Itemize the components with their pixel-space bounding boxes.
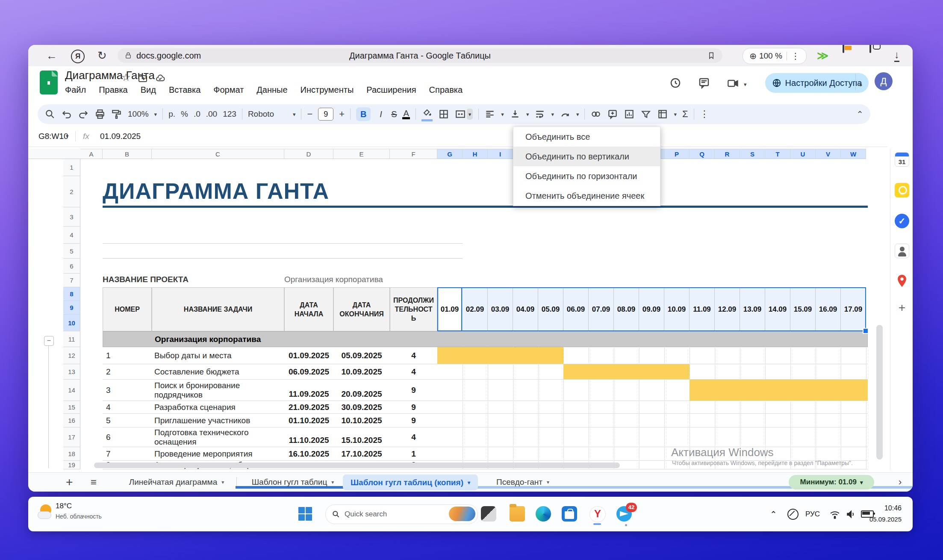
undo-icon[interactable] <box>61 109 72 120</box>
sheet-tab-1[interactable]: Шаблон гугл таблиц▾ <box>240 473 345 492</box>
task-number[interactable]: 1 <box>103 347 150 364</box>
search-daily-image[interactable] <box>449 507 475 521</box>
vertical-scrollbar[interactable] <box>876 325 883 460</box>
task-start-date[interactable]: 11.09.2025 <box>284 380 333 401</box>
task-end-date[interactable]: 10.10.2025 <box>333 414 390 427</box>
task-end-date[interactable]: 17.10.2025 <box>333 447 390 461</box>
minimum-dropdown-icon[interactable]: ▾ <box>860 479 863 486</box>
date-cell-01.09[interactable]: 01.09 <box>437 287 463 331</box>
zoom-select[interactable]: 100% <box>128 109 149 119</box>
taskbar-search[interactable]: Quick search <box>325 504 478 524</box>
tray-expand-icon[interactable]: ⌃ <box>770 497 777 531</box>
menu-расширения[interactable]: Расширения <box>366 85 416 95</box>
task-end-date[interactable]: 30.09.2025 <box>333 401 390 414</box>
column-header-G[interactable]: G <box>437 149 463 159</box>
sheets-logo-icon[interactable] <box>40 71 58 94</box>
keep-notes-icon[interactable] <box>895 183 909 197</box>
insert-comment-button[interactable] <box>607 109 618 120</box>
history-icon[interactable] <box>669 77 682 89</box>
task-start-date[interactable]: 01.10.2025 <box>284 414 333 427</box>
collapse-toolbar-icon[interactable]: ⌃ <box>856 109 863 119</box>
date-cell-05.09[interactable]: 05.09 <box>538 287 563 331</box>
column-header-P[interactable]: P <box>664 149 690 159</box>
pivot-table-button[interactable] <box>657 109 668 120</box>
column-header-F[interactable]: F <box>390 149 437 159</box>
sheet-tab-2[interactable]: Шаблон гугл таблиц (копия)▾ <box>343 475 478 490</box>
microsoft-store-icon[interactable] <box>562 506 577 522</box>
insert-link-button[interactable] <box>590 109 601 120</box>
contacts-icon[interactable] <box>895 244 909 258</box>
text-color-button[interactable]: A <box>402 109 410 119</box>
download-icon[interactable]: ↓ <box>894 49 899 62</box>
formula-input[interactable]: 01.09.2025 <box>100 126 141 147</box>
menu-правка[interactable]: Правка <box>99 85 128 95</box>
sheet-tab-0[interactable]: Линейчатая диаграмма▾ <box>115 473 238 492</box>
column-header-C[interactable]: C <box>152 149 284 159</box>
clock[interactable]: 10:46 05.09.2025 <box>869 503 902 525</box>
print-icon[interactable] <box>94 109 106 120</box>
section-row[interactable]: Организация корпоратива <box>103 331 868 347</box>
search-icon[interactable] <box>44 109 56 120</box>
borders-button[interactable] <box>438 109 449 120</box>
bookmark-icon[interactable] <box>707 51 716 60</box>
sheet-tab-menu-icon[interactable]: ▾ <box>547 479 549 485</box>
battery-saver-icon[interactable] <box>843 45 844 53</box>
row-header-14[interactable]: 14 <box>63 380 80 401</box>
column-header-Q[interactable]: Q <box>690 149 715 159</box>
menu-данные[interactable]: Данные <box>256 85 287 95</box>
sidebar-expand-icon[interactable]: › <box>899 473 902 491</box>
row-header-11[interactable]: 11 <box>63 331 80 347</box>
column-header-H[interactable]: H <box>463 149 488 159</box>
weather-temp[interactable]: 18°C <box>56 502 72 510</box>
pivot-dropdown-icon[interactable]: ▾ <box>674 111 677 118</box>
task-number[interactable]: 3 <box>103 380 150 401</box>
wrap-dropdown-icon[interactable]: ▾ <box>551 111 554 118</box>
row-header-6[interactable]: 6 <box>63 259 80 274</box>
decrease-font-button[interactable]: − <box>307 109 312 120</box>
menu-файл[interactable]: Файл <box>65 85 86 95</box>
task-end-date[interactable]: 15.10.2025 <box>333 427 390 447</box>
header-number[interactable]: НОМЕР <box>103 287 152 331</box>
date-cell-09.09[interactable]: 09.09 <box>639 287 664 331</box>
row-header-12[interactable]: 12 <box>63 347 80 364</box>
yandex-browser-icon[interactable]: Y <box>589 506 606 522</box>
font-select[interactable]: Roboto <box>248 109 287 119</box>
back-icon[interactable]: ← <box>46 45 57 66</box>
date-cell-04.09[interactable]: 04.09 <box>513 287 538 331</box>
column-header-A[interactable]: A <box>80 149 103 159</box>
calendar-icon[interactable]: 31 <box>895 152 909 167</box>
column-header-V[interactable]: V <box>816 149 841 159</box>
header-task-name[interactable]: НАЗВАНИЕ ЗАДАЧИ <box>152 287 284 331</box>
task-end-date[interactable]: 20.09.2025 <box>333 380 390 401</box>
column-header-R[interactable]: R <box>715 149 740 159</box>
align-dropdown-icon[interactable]: ▾ <box>501 111 504 118</box>
row-header-16[interactable]: 16 <box>63 414 80 427</box>
row-header-15[interactable]: 15 <box>63 401 80 414</box>
star-icon[interactable]: ☆ <box>121 71 131 83</box>
column-header-S[interactable]: S <box>740 149 765 159</box>
paint-format-icon[interactable] <box>111 109 122 120</box>
column-header-T[interactable]: T <box>765 149 790 159</box>
task-start-date[interactable]: 16.10.2025 <box>284 447 333 461</box>
task-name[interactable]: Приглашение участников <box>152 414 280 427</box>
merge-menu-item-1[interactable]: Объединить по вертикали <box>513 147 660 166</box>
tasks-icon[interactable]: ✓ <box>895 214 909 228</box>
date-cell-13.09[interactable]: 13.09 <box>740 287 765 331</box>
decrease-decimals-button[interactable]: .0 <box>194 109 200 119</box>
strikethrough-button[interactable]: S <box>391 109 397 119</box>
row-header-13[interactable]: 13 <box>63 364 80 380</box>
date-cell-06.09[interactable]: 06.09 <box>563 287 589 331</box>
column-header-U[interactable]: U <box>790 149 816 159</box>
row-header-4[interactable]: 4 <box>63 227 80 244</box>
italic-button[interactable]: I <box>376 109 386 119</box>
rotation-dropdown-icon[interactable]: ▾ <box>576 111 579 118</box>
move-folder-icon[interactable] <box>138 73 148 83</box>
row-header-7[interactable]: 7 <box>63 274 80 287</box>
task-duration[interactable]: 4 <box>390 364 437 380</box>
menu-вставка[interactable]: Вставка <box>169 85 200 95</box>
volume-icon[interactable] <box>846 497 857 531</box>
date-cell-02.09[interactable]: 02.09 <box>463 287 488 331</box>
bold-button[interactable]: B <box>356 107 371 121</box>
start-button[interactable] <box>298 507 312 521</box>
column-header-B[interactable]: B <box>103 149 152 159</box>
